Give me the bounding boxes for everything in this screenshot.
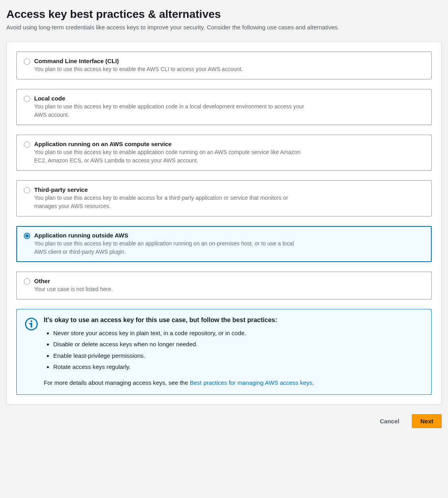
info-icon [25,317,38,332]
radio-desc: You plan to use this access key to enabl… [34,239,304,256]
cancel-button[interactable]: Cancel [372,414,407,428]
info-bullets: Never store your access key in plain tex… [44,328,423,373]
svg-rect-3 [31,320,32,322]
radio-circle-icon [24,58,30,65]
radio-circle-icon [24,233,30,239]
button-row: Cancel Next [6,414,442,428]
info-footer: For more details about managing access k… [44,378,423,388]
radio-desc: You plan to use this access key to enabl… [34,194,304,210]
radio-title: Application running on an AWS compute se… [34,141,424,147]
radio-option-4[interactable]: Application running outside AWSYou plan … [16,226,432,262]
radio-option-3[interactable]: Third-party serviceYou plan to use this … [16,180,432,216]
radio-desc: Your use case is not listed here. [34,285,304,293]
radio-title: Local code [34,95,424,102]
radio-title: Third-party service [34,186,424,193]
info-title: It's okay to use an access key for this … [44,317,423,324]
radio-option-1[interactable]: Local codeYou plan to use this access ke… [16,89,432,125]
radio-circle-icon [24,96,30,102]
radio-title: Other [34,278,424,284]
info-bullet: Never store your access key in plain tex… [53,328,423,339]
page-subtitle: Avoid using long-term credentials like a… [6,23,442,32]
best-practices-link[interactable]: Best practices for managing AWS access k… [190,379,313,386]
info-box: It's okay to use an access key for this … [16,309,432,395]
radio-desc: You plan to use this access key to enabl… [34,102,304,119]
radio-option-5[interactable]: OtherYour use case is not listed here. [16,272,432,299]
radio-circle-icon [24,141,30,148]
options-card: Command Line Interface (CLI)You plan to … [6,42,442,405]
radio-desc: You plan to use this access key to enabl… [34,148,304,165]
info-footer-suffix: . [312,379,314,386]
radio-option-2[interactable]: Application running on an AWS compute se… [16,135,432,171]
info-bullet: Rotate access keys regularly. [53,361,423,373]
radio-option-0[interactable]: Command Line Interface (CLI)You plan to … [16,52,432,79]
next-button[interactable]: Next [412,414,442,428]
info-footer-prefix: For more details about managing access k… [44,379,190,386]
svg-rect-2 [29,323,31,324]
info-bullet: Disable or delete access keys when no lo… [53,339,423,350]
radio-desc: You plan to use this access key to enabl… [34,65,304,73]
radio-circle-icon [24,278,30,285]
page-title: Access key best practices & alternatives [6,8,442,21]
radio-title: Application running outside AWS [34,232,424,239]
info-bullet: Enable least-privilege permissions. [53,350,423,362]
radio-title: Command Line Interface (CLI) [34,58,424,64]
radio-circle-icon [24,187,30,193]
